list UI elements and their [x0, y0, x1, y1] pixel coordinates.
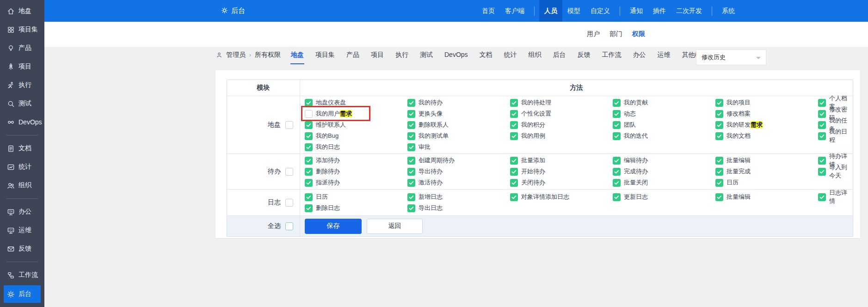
topnav-item-staff[interactable]: 人员 [539, 0, 562, 22]
perm-checkbox[interactable] [818, 110, 826, 118]
sidebar-item-org[interactable]: 组织 [0, 176, 44, 195]
tab-stat[interactable]: 统计 [504, 48, 517, 64]
perm-checkbox[interactable] [305, 143, 313, 151]
tab-oa[interactable]: 办公 [633, 48, 646, 64]
topnav-item-system[interactable]: 系统 [717, 0, 740, 22]
perm-checkbox[interactable] [818, 121, 826, 129]
perm-checkbox[interactable] [407, 132, 415, 140]
perm-checkbox[interactable] [818, 193, 826, 201]
tab-doc[interactable]: 文档 [479, 48, 493, 64]
perm-checkbox[interactable] [305, 168, 313, 176]
perm-checkbox[interactable] [407, 143, 415, 151]
perm-checkbox[interactable] [305, 179, 313, 187]
sidebar-item-project[interactable]: 项目 [0, 57, 44, 76]
breadcrumb-scope[interactable]: 所有权限 [255, 51, 281, 59]
perm-checkbox[interactable] [613, 193, 621, 201]
perm-checkbox[interactable] [715, 121, 723, 129]
perm-checkbox[interactable] [407, 179, 415, 187]
perm-checkbox[interactable] [510, 110, 518, 118]
perm-checkbox[interactable] [715, 193, 723, 201]
perm-checkbox[interactable] [407, 168, 415, 176]
perm-checkbox[interactable] [613, 168, 621, 176]
tab-admin[interactable]: 后台 [553, 48, 566, 64]
perm-checkbox[interactable] [305, 157, 313, 165]
perm-checkbox[interactable] [407, 204, 415, 212]
tab-ops[interactable]: 运维 [657, 48, 671, 64]
perm-checkbox[interactable] [510, 99, 518, 107]
perm-checkbox[interactable] [305, 99, 313, 107]
tab-org[interactable]: 组织 [528, 48, 542, 64]
perm-checkbox[interactable] [305, 132, 313, 140]
perm-checkbox[interactable] [613, 121, 621, 129]
subnav-item-dept[interactable]: 部门 [609, 30, 622, 38]
perm-checkbox[interactable] [613, 157, 621, 165]
perm-checkbox[interactable] [715, 99, 723, 107]
perm-checkbox[interactable] [818, 99, 826, 107]
topnav-item-model[interactable]: 模型 [562, 0, 585, 22]
tab-product[interactable]: 产品 [346, 48, 360, 64]
perm-checkbox[interactable] [818, 157, 826, 165]
perm-checkbox[interactable] [613, 132, 621, 140]
subnav-item-user[interactable]: 用户 [587, 30, 600, 38]
sidebar-item-product[interactable]: 产品 [0, 39, 44, 57]
perm-checkbox[interactable] [715, 179, 723, 187]
tab-devops[interactable]: DevOps [444, 48, 468, 64]
topnav-item-plugin[interactable]: 插件 [648, 0, 671, 22]
sidebar-item-admin[interactable]: 后台 [4, 285, 41, 303]
perm-checkbox[interactable] [305, 193, 313, 201]
perm-checkbox[interactable] [510, 132, 518, 140]
select-all-checkbox[interactable] [285, 222, 293, 230]
breadcrumb-role[interactable]: 管理员 [226, 51, 246, 59]
tab-execution[interactable]: 执行 [395, 48, 409, 64]
topnav-item-notice[interactable]: 通知 [625, 0, 648, 22]
sidebar-item-ops[interactable]: OPS运维 [0, 221, 44, 239]
module-select-checkbox-todo[interactable] [285, 168, 293, 176]
perm-checkbox[interactable] [613, 110, 621, 118]
perm-checkbox[interactable] [818, 132, 826, 140]
perm-checkbox[interactable] [305, 121, 313, 129]
tab-program[interactable]: 项目集 [315, 48, 335, 64]
perm-checkbox[interactable] [613, 99, 621, 107]
sidebar-item-execution[interactable]: 执行 [0, 76, 44, 94]
perm-checkbox[interactable] [613, 179, 621, 187]
save-button[interactable]: 保存 [305, 219, 362, 234]
topnav-item-custom[interactable]: 自定义 [585, 0, 615, 22]
sidebar-item-feedback[interactable]: 反馈 [0, 239, 44, 258]
sidebar-item-workflow[interactable]: 工作流 [0, 266, 44, 284]
perm-checkbox[interactable] [715, 132, 723, 140]
back-button[interactable]: 返回 [367, 219, 423, 234]
tab-my[interactable]: 地盘 [290, 48, 304, 64]
perm-checkbox[interactable] [715, 168, 723, 176]
perm-checkbox[interactable] [407, 110, 415, 118]
perm-checkbox[interactable] [715, 157, 723, 165]
sidebar-item-doc[interactable]: 文档 [0, 139, 44, 158]
sidebar-item-devops[interactable]: DevOps [0, 113, 44, 131]
topnav-item-client[interactable]: 客户端 [500, 0, 529, 22]
perm-checkbox[interactable] [407, 99, 415, 107]
sidebar-item-program[interactable]: 项目集 [0, 20, 44, 39]
perm-checkbox[interactable] [305, 110, 313, 118]
perm-checkbox[interactable] [510, 168, 518, 176]
perm-checkbox[interactable] [510, 179, 518, 187]
sidebar-item-oa[interactable]: OA办公 [0, 203, 44, 221]
perm-checkbox[interactable] [715, 110, 723, 118]
module-select-checkbox-log[interactable] [285, 199, 293, 207]
perm-checkbox[interactable] [407, 157, 415, 165]
topnav-item-secondary-dev[interactable]: 二次开发 [671, 0, 707, 22]
sidebar-item-stat[interactable]: 统计 [0, 158, 44, 176]
sidebar-item-qa[interactable]: 测试 [0, 94, 44, 113]
perm-checkbox[interactable] [818, 168, 826, 176]
perm-checkbox[interactable] [510, 121, 518, 129]
sidebar-item-my[interactable]: 地盘 [0, 2, 44, 20]
tab-qa[interactable]: 测试 [419, 48, 433, 64]
topnav-item-home[interactable]: 首页 [477, 0, 500, 22]
tab-feedback[interactable]: 反馈 [577, 48, 591, 64]
perm-checkbox[interactable] [407, 121, 415, 129]
subnav-item-privilege[interactable]: 权限 [632, 30, 645, 38]
perm-checkbox[interactable] [510, 193, 518, 201]
perm-checkbox[interactable] [407, 193, 415, 201]
tab-project[interactable]: 项目 [370, 48, 384, 64]
perm-checkbox[interactable] [305, 204, 313, 212]
perm-checkbox[interactable] [510, 157, 518, 165]
history-select[interactable]: 修改历史 [696, 49, 766, 65]
